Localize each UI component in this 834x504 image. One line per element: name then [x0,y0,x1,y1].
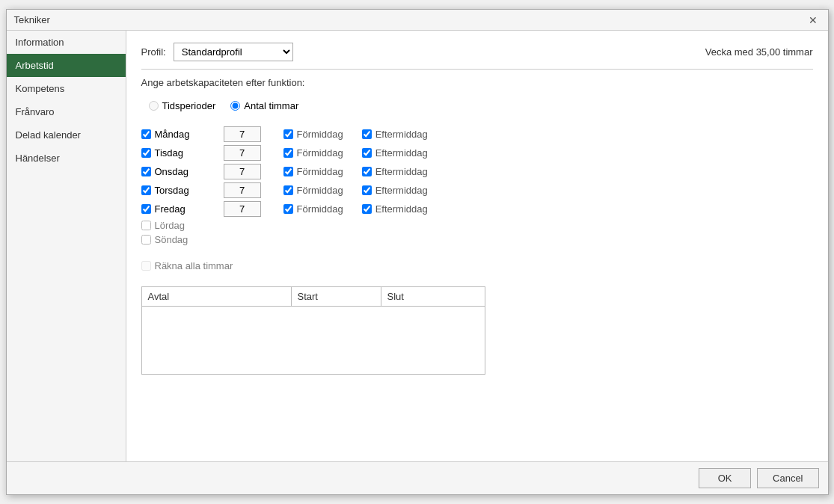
title-bar: Tekniker ✕ [7,10,828,31]
eftermiddag-torsdag: Eftermiddag [362,185,428,196]
checkbox-eftermiddag-torsdag[interactable] [362,185,372,195]
foremiddag-mandag: Förmiddag [283,129,343,140]
eftermiddag-label-torsdag: Eftermiddag [375,185,428,196]
radio-tidsperioder-row: Tidsperioder [149,100,216,111]
checkbox-onsdag[interactable] [141,167,151,176]
sidebar-item-delad-kalender[interactable]: Delad kalender [7,123,126,147]
radio-tidsperioder[interactable] [149,101,159,111]
table-header: Avtal Start Slut [142,287,485,307]
sidebar-item-franvaro[interactable]: Frånvaro [7,100,126,123]
day-label-mandag: Måndag [155,129,190,140]
day-checkbox-lordag: Lördag [141,220,216,231]
profile-row: Profil: Standardprofil Vecka med 35,00 t… [141,43,813,70]
day-checkbox-sondag: Söndag [141,234,216,245]
dialog-title: Tekniker [14,14,50,25]
rakna-row: Räkna alla timmar [141,260,813,271]
day-row-onsdag: Onsdag Förmiddag Eftermiddag [141,164,813,179]
foremiddag-label-onsdag: Förmiddag [297,166,343,177]
checkbox-lordag[interactable] [141,221,151,230]
foremiddag-label-mandag: Förmiddag [297,129,343,140]
dialog: Tekniker ✕ Information Arbetstid Kompete… [6,9,829,495]
input-tisdag[interactable] [224,145,261,161]
eftermiddag-label-onsdag: Eftermiddag [375,166,428,177]
day-label-tisdag: Tisdag [155,147,184,159]
eftermiddag-onsdag: Eftermiddag [362,166,428,177]
foremiddag-tisdag: Förmiddag [283,147,343,159]
day-label-sondag: Söndag [155,234,188,245]
checkbox-sondag[interactable] [141,235,151,245]
foremiddag-fredag: Förmiddag [283,203,343,215]
eftermiddag-tisdag: Eftermiddag [362,147,428,159]
checkbox-eftermiddag-onsdag[interactable] [362,167,372,176]
day-label-fredag: Fredag [155,203,185,215]
checkbox-foremiddag-fredag[interactable] [283,204,293,214]
radio-antal-timmar-row: Antal timmar [230,100,298,111]
day-row-tisdag: Tisdag Förmiddag Eftermiddag [141,145,813,161]
cancel-button[interactable]: Cancel [757,468,818,488]
day-checkbox-tisdag: Tisdag [141,147,216,159]
checkbox-foremiddag-torsdag[interactable] [283,185,293,195]
day-row-mandag: Måndag Förmiddag Eftermiddag [141,126,813,142]
dialog-body: Information Arbetstid Kompetens Frånvaro… [7,31,828,461]
checkbox-foremiddag-onsdag[interactable] [283,167,293,176]
day-label-lordag: Lördag [155,220,185,231]
day-checkbox-torsdag: Torsdag [141,185,216,196]
days-grid: Måndag Förmiddag Eftermiddag [141,126,813,245]
day-checkbox-mandag: Måndag [141,129,216,140]
week-info: Vecka med 35,00 timmar [705,46,813,58]
checkbox-rakna[interactable] [141,261,151,271]
day-checkbox-fredag: Fredag [141,203,216,215]
checkbox-fredag[interactable] [141,204,151,214]
input-fredag[interactable] [224,201,261,217]
input-mandag[interactable] [224,126,261,142]
input-onsdag[interactable] [224,164,261,179]
sidebar-item-information[interactable]: Information [7,31,126,54]
day-checkbox-onsdag: Onsdag [141,166,216,177]
foremiddag-label-fredag: Förmiddag [297,203,343,215]
day-row-sondag: Söndag [141,234,813,245]
checkbox-foremiddag-tisdag[interactable] [283,148,293,158]
checkbox-eftermiddag-tisdag[interactable] [362,148,372,158]
checkbox-eftermiddag-fredag[interactable] [362,204,372,214]
col-header-slut: Slut [381,287,471,306]
eftermiddag-mandag: Eftermiddag [362,129,428,140]
col-header-avtal: Avtal [142,287,292,306]
foremiddag-torsdag: Förmiddag [283,185,343,196]
main-content: Profil: Standardprofil Vecka med 35,00 t… [126,31,828,461]
day-row-torsdag: Torsdag Förmiddag Eftermiddag [141,182,813,198]
close-button[interactable]: ✕ [806,13,821,28]
eftermiddag-label-fredag: Eftermiddag [375,203,428,215]
col-header-start: Start [292,287,381,306]
sidebar-item-handelser[interactable]: Händelser [7,147,126,170]
checkbox-torsdag[interactable] [141,185,151,195]
input-torsdag[interactable] [224,182,261,198]
dialog-footer: OK Cancel [7,461,828,494]
sidebar-item-arbetstid[interactable]: Arbetstid [7,54,126,77]
checkbox-tisdag[interactable] [141,148,151,158]
ok-button[interactable]: OK [699,468,751,488]
eftermiddag-label-tisdag: Eftermiddag [375,147,428,159]
checkbox-foremiddag-mandag[interactable] [283,129,293,139]
rakna-label: Räkna alla timmar [155,260,233,271]
radio-tidsperioder-label: Tidsperioder [162,100,216,111]
capacity-label: Ange arbetskapaciteten efter funktion: [141,77,813,88]
eftermiddag-label-mandag: Eftermiddag [375,129,428,140]
foremiddag-label-torsdag: Förmiddag [297,185,343,196]
checkbox-eftermiddag-mandag[interactable] [362,129,372,139]
radio-antal-timmar-label: Antal timmar [244,100,298,111]
foremiddag-label-tisdag: Förmiddag [297,147,343,159]
avtal-table: Avtal Start Slut [141,286,485,375]
day-row-lordag: Lördag [141,220,813,231]
sidebar-item-kompetens[interactable]: Kompetens [7,77,126,100]
checkbox-mandag[interactable] [141,129,151,139]
table-body [142,307,485,374]
profile-label: Profil: [141,46,166,58]
radio-antal-timmar[interactable] [230,101,240,111]
day-label-torsdag: Torsdag [155,185,189,196]
sidebar: Information Arbetstid Kompetens Frånvaro… [7,31,126,461]
profile-select[interactable]: Standardprofil [174,43,293,61]
day-label-onsdag: Onsdag [155,166,189,177]
radio-group: Tidsperioder Antal timmar [149,100,813,111]
eftermiddag-fredag: Eftermiddag [362,203,428,215]
day-row-fredag: Fredag Förmiddag Eftermiddag [141,201,813,217]
